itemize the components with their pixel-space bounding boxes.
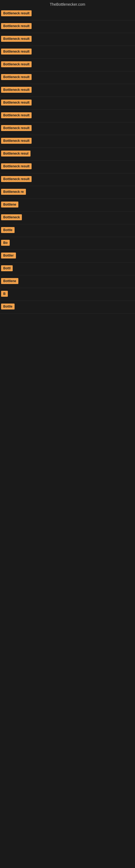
list-item: Bottleneck result bbox=[0, 161, 135, 173]
list-item: Bottleneck result bbox=[0, 110, 135, 122]
bottleneck-result-badge[interactable]: Bottlene bbox=[1, 278, 18, 284]
list-item: B bbox=[0, 288, 135, 301]
bottleneck-result-badge[interactable]: Bo bbox=[1, 240, 10, 246]
bottleneck-result-badge[interactable]: Bottleneck result bbox=[1, 36, 32, 42]
bottleneck-result-badge[interactable]: Bottleneck result bbox=[1, 10, 32, 16]
list-item: Bottleneck result bbox=[0, 33, 135, 46]
list-item: Bottleneck result bbox=[0, 84, 135, 97]
bottleneck-result-badge[interactable]: Bottleneck result bbox=[1, 138, 32, 144]
list-item: Bottleneck bbox=[0, 212, 135, 224]
list-item: Bottleneck re bbox=[0, 186, 135, 199]
list-item: Bottlene bbox=[0, 199, 135, 212]
bottleneck-result-badge[interactable]: Bottle bbox=[1, 227, 14, 233]
bottleneck-result-badge[interactable]: Bottle bbox=[1, 304, 14, 310]
list-item: Bottleneck result bbox=[0, 135, 135, 148]
bottleneck-result-badge[interactable]: Bottleneck result bbox=[1, 112, 32, 118]
bottleneck-result-badge[interactable]: Bottleneck result bbox=[1, 61, 32, 67]
bottleneck-result-badge[interactable]: Bottleneck result bbox=[1, 163, 32, 169]
bottleneck-result-badge[interactable]: Bottl bbox=[1, 265, 13, 271]
list-item: Bottleneck result bbox=[0, 8, 135, 20]
bottleneck-result-badge[interactable]: Bottleneck result bbox=[1, 125, 32, 131]
site-title: TheBottlenecker.com bbox=[0, 0, 135, 8]
list-item: Bottle bbox=[0, 224, 135, 237]
bottleneck-result-badge[interactable]: Bottlene bbox=[1, 202, 18, 208]
bottleneck-result-badge[interactable]: Bottleneck result bbox=[1, 176, 32, 182]
list-item: Bottleneck result bbox=[0, 46, 135, 59]
bottleneck-result-badge[interactable]: Bottleneck bbox=[1, 214, 22, 220]
bottleneck-result-badge[interactable]: Bottleneck result bbox=[1, 99, 32, 105]
bottleneck-result-badge[interactable]: Bottler bbox=[1, 252, 16, 258]
list-item: Bottl bbox=[0, 262, 135, 275]
list-item: Bottleneck resul bbox=[0, 148, 135, 161]
list-item: Bottleneck result bbox=[0, 59, 135, 71]
bottleneck-result-badge[interactable]: Bottleneck resul bbox=[1, 151, 31, 156]
bottleneck-result-badge[interactable]: B bbox=[1, 291, 8, 297]
list-item: Bottleneck result bbox=[0, 20, 135, 33]
list-item: Bo bbox=[0, 237, 135, 250]
list-item: Bottlene bbox=[0, 275, 135, 288]
bottleneck-result-badge[interactable]: Bottleneck result bbox=[1, 74, 32, 80]
bottleneck-result-badge[interactable]: Bottleneck result bbox=[1, 49, 32, 55]
list-item: Bottleneck result bbox=[0, 173, 135, 186]
bottleneck-result-badge[interactable]: Bottleneck result bbox=[1, 23, 32, 29]
list-item: Bottler bbox=[0, 250, 135, 262]
list-item: Bottle bbox=[0, 301, 135, 314]
bottleneck-result-badge[interactable]: Bottleneck result bbox=[1, 87, 32, 93]
bottleneck-result-badge[interactable]: Bottleneck re bbox=[1, 189, 26, 195]
list-item: Bottleneck result bbox=[0, 97, 135, 110]
list-item: Bottleneck result bbox=[0, 122, 135, 135]
list-item: Bottleneck result bbox=[0, 71, 135, 84]
